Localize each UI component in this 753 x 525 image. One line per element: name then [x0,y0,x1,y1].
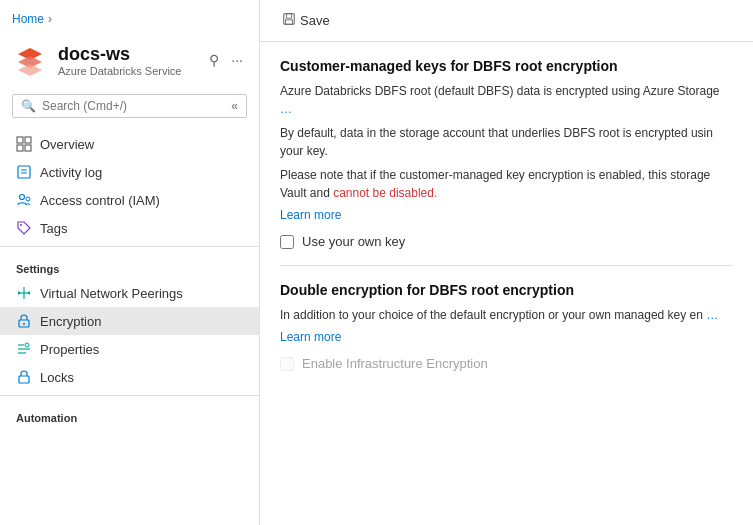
app-title-block: docs-ws Azure Databricks Service [58,44,195,77]
save-icon [282,12,296,29]
svg-marker-15 [18,291,21,295]
section-customer-managed-keys: Customer-managed keys for DBFS root encr… [280,58,733,249]
divider-2 [0,395,259,396]
enable-infra-encryption-label[interactable]: Enable Infrastructure Encryption [302,356,488,371]
breadcrumb: Home › [0,8,259,34]
sidebar-item-properties[interactable]: Properties [0,335,259,363]
locks-icon [16,369,32,385]
app-actions: ⚲ ··· [205,50,247,70]
svg-rect-26 [286,20,293,24]
toolbar: Save [260,0,753,42]
databricks-icon [12,42,48,78]
collapse-icon[interactable]: « [231,99,238,113]
section1-desc1: Azure Databricks DBFS root (default DBFS… [280,82,733,118]
iam-icon [16,192,32,208]
section1-title: Customer-managed keys for DBFS root encr… [280,58,733,74]
svg-point-12 [20,224,22,226]
svg-rect-4 [25,137,31,143]
pin-icon: ⚲ [209,52,219,68]
app-title: docs-ws [58,44,195,65]
sidebar-item-activity-log[interactable]: Activity log [0,158,259,186]
tags-icon [16,220,32,236]
sidebar-item-label: Access control (IAM) [40,193,160,208]
encryption-icon [16,313,32,329]
section2-learn-more[interactable]: Learn more [280,330,733,344]
sidebar-item-label: Tags [40,221,67,236]
automation-section-label: Automation [0,400,259,428]
svg-point-22 [25,343,29,347]
section1-desc2: By default, data in the storage account … [280,124,733,160]
sidebar-item-overview[interactable]: Overview [0,130,259,158]
use-own-key-checkbox[interactable] [280,235,294,249]
content-area: Customer-managed keys for DBFS root encr… [260,42,753,525]
save-label: Save [300,13,330,28]
properties-icon [16,341,32,357]
svg-rect-6 [25,145,31,151]
sidebar-item-vnet[interactable]: Virtual Network Peerings [0,279,259,307]
section1-warning: cannot be disabled. [333,186,437,200]
svg-point-10 [20,195,25,200]
sidebar-item-label: Activity log [40,165,102,180]
main-content: Save Customer-managed keys for DBFS root… [260,0,753,525]
enable-infra-encryption-row: Enable Infrastructure Encryption [280,356,733,371]
sidebar-item-tags[interactable]: Tags [0,214,259,242]
section2-title: Double encryption for DBFS root encrypti… [280,282,733,298]
overview-icon [16,136,32,152]
breadcrumb-home[interactable]: Home [12,12,44,26]
svg-rect-23 [19,376,29,383]
svg-rect-5 [17,145,23,151]
activity-log-icon [16,164,32,180]
app-subtitle: Azure Databricks Service [58,65,195,77]
svg-rect-3 [17,137,23,143]
svg-rect-7 [18,166,30,178]
sidebar-item-label: Encryption [40,314,101,329]
sidebar-item-locks[interactable]: Locks [0,363,259,391]
use-own-key-row: Use your own key [280,234,733,249]
use-own-key-label[interactable]: Use your own key [302,234,405,249]
svg-rect-25 [286,14,291,18]
svg-point-11 [26,197,30,201]
svg-marker-16 [27,291,30,295]
enable-infra-encryption-checkbox[interactable] [280,357,294,371]
sidebar: Home › docs-ws Azure Databricks Service … [0,0,260,525]
sidebar-item-label: Overview [40,137,94,152]
search-input[interactable] [42,99,225,113]
section2-desc1: In addition to your choice of the defaul… [280,306,733,324]
svg-marker-2 [18,64,42,76]
section-double-encryption: Double encryption for DBFS root encrypti… [280,282,733,371]
divider-1 [0,246,259,247]
section1-learn-more[interactable]: Learn more [280,208,733,222]
breadcrumb-separator: › [48,12,52,26]
sidebar-item-iam[interactable]: Access control (IAM) [0,186,259,214]
app-header: docs-ws Azure Databricks Service ⚲ ··· [0,34,259,90]
more-button[interactable]: ··· [227,50,247,70]
search-icon: 🔍 [21,99,36,113]
ellipsis-icon: ··· [231,52,243,68]
section-divider [280,265,733,266]
save-button[interactable]: Save [276,8,336,33]
search-box: 🔍 « [12,94,247,118]
settings-section-label: Settings [0,251,259,279]
svg-point-18 [23,323,25,325]
sidebar-item-encryption[interactable]: Encryption [0,307,259,335]
sidebar-item-label: Properties [40,342,99,357]
sidebar-item-label: Virtual Network Peerings [40,286,183,301]
sidebar-item-label: Locks [40,370,74,385]
vnet-icon [16,285,32,301]
pin-button[interactable]: ⚲ [205,50,223,70]
section1-desc3: Please note that if the customer-managed… [280,166,733,202]
